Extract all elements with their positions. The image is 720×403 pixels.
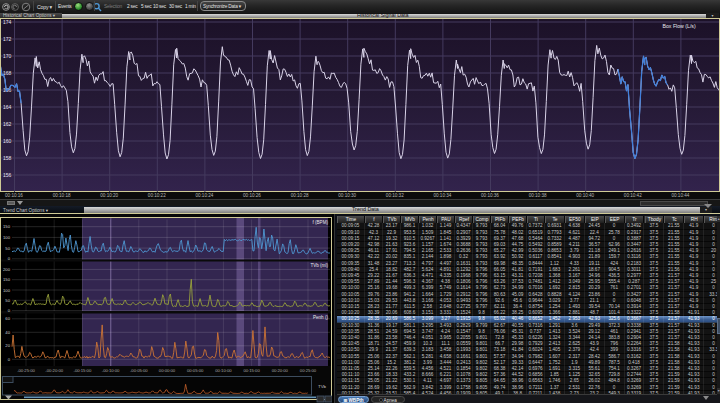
svg-text:f (BPM): f (BPM) [312,220,328,225]
svg-text:TVb: TVb [318,384,327,389]
svg-text:164: 164 [3,103,12,109]
svg-text:00:00:00: 00:00:00 [159,368,176,373]
svg-text:Box Flow (L/s): Box Flow (L/s) [663,22,696,28]
svg-text:-00:05:00: -00:05:00 [130,368,148,373]
svg-text:00:05:00: 00:05:00 [187,368,204,373]
svg-text:-00:20:00: -00:20:00 [45,368,63,373]
svg-text:00:10:22: 00:10:22 [148,193,166,198]
svg-text:TVb (ml): TVb (ml) [310,263,328,268]
svg-text:00:15:00: 00:15:00 [243,368,260,373]
svg-text:00:10:24: 00:10:24 [195,193,213,198]
svg-text:100: 100 [3,288,11,293]
svg-text:168: 168 [3,69,12,75]
svg-text:172: 172 [3,35,12,41]
svg-text:00:10:30: 00:10:30 [338,193,356,198]
svg-text:00:10:26: 00:10:26 [243,193,261,198]
svg-text:100: 100 [3,235,11,240]
svg-text:00:10:18: 00:10:18 [53,193,71,198]
svg-text:00:10:32: 00:10:32 [386,193,404,198]
svg-text:00:10:28: 00:10:28 [291,193,309,198]
svg-text:162: 162 [3,120,12,126]
svg-text:174: 174 [3,19,12,25]
svg-text:00:10:16: 00:10:16 [5,193,23,198]
svg-text:00:10:44: 00:10:44 [671,193,689,198]
svg-text:50: 50 [5,298,10,303]
svg-text:00:10:36: 00:10:36 [481,193,499,198]
svg-text:00:10:00: 00:10:00 [215,368,232,373]
svg-text:200: 200 [3,267,11,272]
svg-text:60: 60 [5,316,10,321]
svg-text:150: 150 [3,277,11,282]
svg-text:00:10:34: 00:10:34 [433,193,451,198]
svg-text:40: 40 [5,330,10,335]
svg-text:156: 156 [3,171,12,177]
svg-text:00:10:38: 00:10:38 [529,193,547,198]
svg-text:158: 158 [3,154,12,160]
svg-text:-00:15:00: -00:15:00 [74,368,92,373]
svg-text:00:20:00: 00:20:00 [272,368,289,373]
svg-text:00:10:20: 00:10:20 [100,193,118,198]
svg-text:00:10:40: 00:10:40 [576,193,594,198]
svg-text:20: 20 [5,343,10,348]
svg-text:150: 150 [3,224,11,229]
svg-text:Penh (): Penh () [313,315,329,320]
svg-text:50: 50 [5,246,10,251]
svg-text:160: 160 [3,137,12,143]
svg-text:00:10:42: 00:10:42 [624,193,642,198]
svg-text:-00:10:00: -00:10:00 [102,368,120,373]
svg-text:-00:25:00: -00:25:00 [17,368,35,373]
svg-text:170: 170 [3,52,12,58]
svg-text:00:25:00: 00:25:00 [300,368,317,373]
